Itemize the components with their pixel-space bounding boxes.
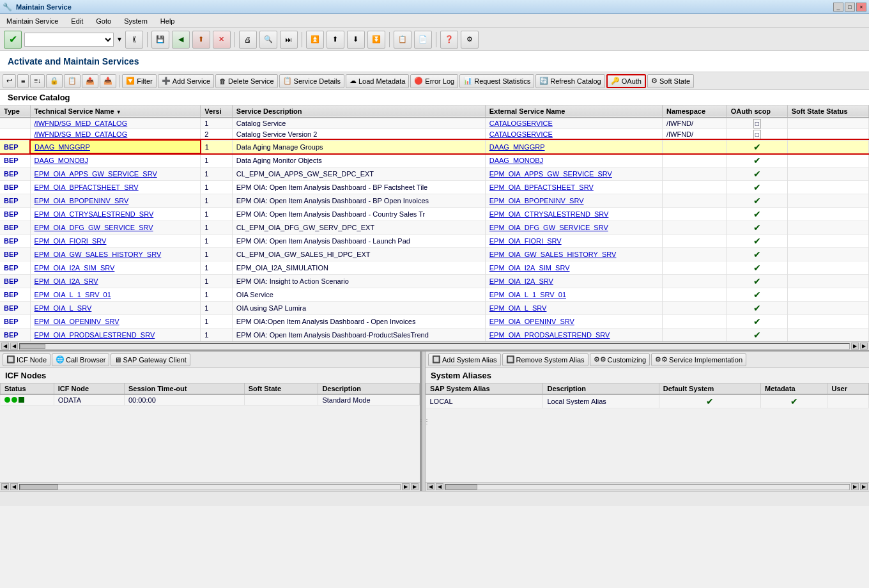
icon-btn-3[interactable]: 🔒 — [46, 74, 63, 88]
soft-state-button[interactable]: ⚙ Soft State — [647, 74, 694, 88]
scroll-thumb[interactable] — [20, 344, 45, 349]
icon-btn-2[interactable]: ≡↓ — [30, 74, 45, 88]
oauth-checked[interactable]: ✔ — [727, 328, 787, 341]
cell-external[interactable]: EPM_OIA_DFG_GW_SERVICE_SRV — [485, 220, 662, 234]
cell-external[interactable]: CATALOGSERVICE — [485, 129, 662, 141]
icf-node-tab[interactable]: 🔲 ICF Node — [3, 353, 50, 366]
oauth-checked[interactable]: ✔ — [727, 167, 787, 180]
close-button[interactable]: × — [856, 3, 866, 12]
left-hscrollbar[interactable]: ◀ ◀ ▶ ▶ — [0, 482, 420, 491]
table-row[interactable]: BEP EPM_OIA_L_1_SRV_01 1 OIA Service EPM… — [0, 288, 869, 301]
table-row[interactable]: BEP EPM_OIA_BPOPENINV_SRV 1 EPM OIA: Ope… — [0, 194, 869, 207]
icon-btn-6[interactable]: 📥 — [100, 74, 116, 88]
icon-btn-4[interactable]: 📋 — [64, 74, 81, 88]
minimize-button[interactable]: _ — [833, 3, 843, 12]
delete-service-button[interactable]: 🗑 Delete Service — [215, 74, 278, 88]
load-metadata-button[interactable]: ☁ Load Metadata — [346, 74, 409, 88]
cell-external[interactable]: EPM_OIA_L_SRV — [485, 301, 662, 314]
refresh-catalog-button[interactable]: 🔄 Refresh Catalog — [535, 74, 605, 88]
oauth-checked[interactable]: ✔ — [727, 301, 787, 314]
sap-gateway-client-tab[interactable]: 🖥 SAP Gateway Client — [111, 353, 190, 366]
oauth-checked[interactable]: ✔ — [727, 220, 787, 234]
menu-maintain-service[interactable]: Maintain Service — [4, 16, 61, 26]
menu-system[interactable]: System — [121, 16, 150, 26]
cell-technical[interactable]: EPM_OIA_BPOPENINV_SRV — [30, 194, 201, 207]
forward-button[interactable]: ⬆ — [192, 31, 210, 49]
table-row[interactable]: BEP EPM_OIA_PRODSALESTREND_SRV 1 EPM OIA… — [0, 328, 869, 341]
table-row[interactable]: BEP EPM_OIA_I2A_SRV 1 EPM OIA: Insight t… — [0, 274, 869, 288]
oauth-unchecked[interactable]: □ — [727, 129, 787, 141]
table-row[interactable]: BEP EPM_OIA_GW_SALES_HISTORY_SRV 1 CL_EP… — [0, 247, 869, 261]
oauth-checked[interactable]: ✔ — [727, 247, 787, 261]
cell-technical[interactable]: EPM_OIA_GW_SALES_HISTORY_SRV — [30, 247, 201, 261]
add-service-button[interactable]: ➕ Add Service — [158, 74, 214, 88]
oauth-checked[interactable]: ✔ — [727, 314, 787, 328]
cell-external[interactable]: EPM_OIA_BPFACTSHEET_SRV — [485, 180, 662, 194]
cell-external[interactable]: DAAG_MONOBJ — [485, 153, 662, 167]
cell-external[interactable]: DAAG_MNGGRP — [485, 140, 662, 153]
cell-external[interactable]: EPM_OIA_BPOPENINV_SRV — [485, 194, 662, 207]
scroll-left2-btn[interactable]: ◀ — [10, 343, 18, 350]
table-row[interactable]: BEP EPM_OIA_OPENINV_SRV 1 EPM OIA:Open I… — [0, 314, 869, 328]
scroll-track[interactable] — [19, 343, 850, 350]
cell-technical[interactable]: EPM_OIA_APPS_GW_SERVICE_SRV — [30, 167, 201, 180]
oauth-checked[interactable]: ✔ — [727, 180, 787, 194]
check-button[interactable]: ✔ — [4, 31, 22, 49]
table-row[interactable]: BEP EPM_OIA_FIORI_SRV 1 EPM OIA: Open It… — [0, 234, 869, 247]
help-button[interactable]: ❓ — [440, 31, 458, 49]
left-scroll-thumb[interactable] — [20, 484, 58, 490]
back-button[interactable]: ◀ — [172, 31, 190, 49]
scroll-right2-btn[interactable]: ▶ — [860, 343, 868, 350]
table-row[interactable]: BEP EPM_OIA_BPFACTSHEET_SRV 1 EPM OIA: O… — [0, 180, 869, 194]
first-button[interactable]: ⏫ — [306, 31, 324, 49]
cell-technical[interactable]: EPM_OIA_I2A_SIM_SRV — [30, 261, 201, 274]
service-details-button[interactable]: 📋 Service Details — [279, 74, 344, 88]
right-hscrollbar[interactable]: ◀ ◀ ▶ ▶ — [426, 482, 869, 491]
oauth-button[interactable]: 🔑 OAuth — [606, 74, 646, 88]
left-scroll-right-btn[interactable]: ▶ — [402, 483, 410, 490]
save-button[interactable]: 💾 — [151, 31, 169, 49]
menu-edit[interactable]: Edit — [68, 16, 86, 26]
icon-btn-1[interactable]: ≡ — [17, 74, 29, 88]
cell-technical[interactable]: /IWFND/SG_MED_CATALOG — [30, 118, 201, 129]
cell-external[interactable]: EPM_OIA_PRODSALESTREND_SRV — [485, 328, 662, 341]
menu-goto[interactable]: Goto — [93, 16, 114, 26]
cell-technical[interactable]: EPM_OIA_L_1_SRV_01 — [30, 288, 201, 301]
cell-technical[interactable]: EPM_OIA_CTRYSALESTREND_SRV — [30, 207, 201, 220]
filter-button[interactable]: 🔽 Filter — [122, 74, 156, 88]
oauth-checked[interactable]: ✔ — [727, 153, 787, 167]
cell-external[interactable]: EPM_OIA_I2A_SIM_SRV — [485, 261, 662, 274]
oauth-checked[interactable]: ✔ — [727, 140, 787, 153]
table-row[interactable]: BEP EPM_OIA_APPS_GW_SERVICE_SRV 1 CL_EPM… — [0, 167, 869, 180]
icf-nodes-table-container[interactable]: Status ICF Node Session Time-out Soft St… — [0, 383, 420, 482]
table-row[interactable]: /IWFND/SG_MED_CATALOG 2 Catalog Service … — [0, 129, 869, 141]
table-hscrollbar[interactable]: ◀ ◀ ▶ ▶ — [0, 341, 869, 350]
error-log-button[interactable]: 🔴 Error Log — [410, 74, 458, 88]
cell-external[interactable]: EPM_OIA_GW_SALES_HISTORY_SRV — [485, 247, 662, 261]
table-row[interactable]: BEP EPM_OIA_L_SRV 1 OIA using SAP Lumira… — [0, 301, 869, 314]
cell-technical[interactable]: DAAG_MNGGRP — [30, 140, 201, 153]
find-button[interactable]: 🔍 — [259, 31, 277, 49]
left-scroll-left2-btn[interactable]: ◀ — [10, 483, 18, 490]
col-technical[interactable]: Technical Service Name ▼ — [30, 105, 201, 118]
cell-external[interactable]: EPM_OIA_L_1_SRV_01 — [485, 288, 662, 301]
scroll-right-btn[interactable]: ▶ — [851, 343, 859, 350]
prev-button[interactable]: ⬆ — [327, 31, 344, 49]
cell-technical[interactable]: EPM_OIA_PRODSALESTREND_SRV — [30, 328, 201, 341]
icon-btn-0[interactable]: ↩ — [3, 74, 16, 88]
oauth-unchecked[interactable]: □ — [727, 118, 787, 129]
right-scroll-left-btn[interactable]: ◀ — [427, 483, 434, 490]
detail-button[interactable]: 📋 — [394, 31, 411, 49]
oauth-checked[interactable]: ✔ — [727, 261, 787, 274]
customizing-btn[interactable]: ⚙⚙ Customizing — [590, 353, 650, 366]
table-row[interactable]: BEP EPM_OIA_CTRYSALESTREND_SRV 1 EPM OIA… — [0, 207, 869, 220]
settings-button[interactable]: ⚙ — [461, 31, 479, 49]
alias-table-row[interactable]: LOCAL Local System Alias ✔ ✔ — [426, 394, 869, 408]
table-row[interactable]: BEP EPM_OIA_I2A_SIM_SRV 1 EPM_OIA_I2A_SI… — [0, 261, 869, 274]
overview-button[interactable]: 📄 — [414, 31, 432, 49]
last-button[interactable]: ⏬ — [367, 31, 385, 49]
table-row[interactable]: BEP EPM_OIA_DFG_GW_SERVICE_SRV 1 CL_EPM_… — [0, 220, 869, 234]
oauth-checked[interactable]: ✔ — [727, 207, 787, 220]
table-row[interactable]: /IWFND/SG_MED_CATALOG 1 Catalog Service … — [0, 118, 869, 129]
add-system-alias-btn[interactable]: 🔲 Add System Alias — [428, 353, 501, 366]
